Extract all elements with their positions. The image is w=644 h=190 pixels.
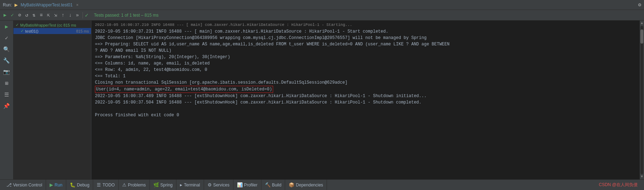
run-tab-label: Run [55,183,62,188]
log-line-5: ==> Parameters: %a%(String), 20(Integer)… [91,54,640,60]
csdn-label: CSDN @在人间负债 [595,182,641,188]
test-child-item[interactable]: ✓ test01() 815 ms [13,28,91,34]
todo-icon: ☰ [97,182,101,188]
log-line-6: <== Columns: id, name, age, email, is_de… [91,60,640,67]
log-line-11: 2022-10-05 16:00:37.504 INFO 16488 --- [… [91,99,640,106]
terminal-label: Terminal [184,183,200,188]
log-line-9: Closing non transactional SqlSession [or… [91,79,640,86]
rerun-btn[interactable]: ↺ [24,11,29,19]
services-label: Services [213,183,230,188]
sidebar-wrench-icon[interactable]: 🔧 [2,56,12,65]
bottom-run[interactable]: ▶ Run [46,180,66,190]
bottom-terminal[interactable]: ▸ Terminal [176,180,204,190]
terminal-icon: ▸ [180,182,182,188]
sidebar-search-icon[interactable]: 🔍 [2,45,12,54]
log-line-2: JDBC Connection [HikariProxyConnection@3… [91,35,640,41]
log-line-4: ? AND ? AND email IS NOT NULL) [91,48,640,54]
log-line-7: <== Row: 4, admin, 22, test4@baomidou.co… [91,67,640,73]
sidebar-camera-icon[interactable]: 📷 [2,67,12,77]
down-btn[interactable]: ↓ [67,12,73,19]
profiler-label: Profiler [244,183,258,188]
build-label: Build [272,183,282,188]
child-item-time: 815 ms [76,29,89,33]
log-line-13: Process finished with exit code 0 [91,112,640,118]
log-output[interactable]: 2022-10-05 16:00:37.210 INFO 16488 --- [… [91,21,640,179]
sort-btn[interactable]: ≡ [38,12,44,19]
version-control-label: Version Control [13,183,42,188]
debug-label: Debug [77,183,89,188]
left-sidebar: ▶ ✓ 🔍 🔧 📷 ⊞ ☰ 📌 [0,21,13,179]
dependencies-icon: 📦 [289,182,294,188]
problems-label: Problems [128,183,146,188]
services-icon: ⚙ [208,182,212,188]
right-scrollbar[interactable]: ▲ ▼ [640,21,644,179]
todo-label: TODO [102,183,114,188]
scroll-up-arrow[interactable]: ▲ [641,21,643,25]
problems-icon: ⚠ [122,182,126,188]
run-tab-icon: ▶ [50,182,53,188]
debug-icon: 🐛 [70,182,75,188]
log-line-12 [91,106,640,112]
child-check-icon: ✓ [21,29,24,33]
bottom-profiler[interactable]: 📊 Profiler [233,180,261,190]
dependencies-label: Dependencies [296,183,323,188]
filter-btn[interactable]: ⇅ [31,11,37,19]
root-item-label: MyBatisWrapperTest (cc 815 ms [20,23,76,27]
sidebar-run-icon[interactable]: ▶ [2,22,12,31]
bottom-bar: ⎇ Version Control ▶ Run 🐛 Debug ☰ TODO ⚠… [0,179,644,190]
bottom-debug[interactable]: 🐛 Debug [66,180,93,190]
main-area: ▶ ✓ 🔍 🔧 📷 ⊞ ☰ 📌 ✓ MyBatisWrapperTest (cc… [0,21,644,179]
bottom-build[interactable]: 🔨 Build [261,180,286,190]
build-icon: 🔨 [265,182,271,188]
log-line-8: <== Total: 1 [91,73,640,79]
check-btn[interactable]: ✓ [9,11,15,19]
test-panel: ✓ MyBatisWrapperTest (cc 815 ms ✓ test01… [13,21,91,179]
up-btn[interactable]: ↑ [60,12,66,19]
root-check-icon: ✓ [16,23,19,27]
run-close-btn[interactable]: ✕ [76,2,79,7]
bottom-problems[interactable]: ⚠ Problems [119,180,150,190]
run-test-name: MyBatisWrapperTest.test01 [21,2,73,7]
stop-btn[interactable]: ⊘ [17,11,22,19]
more-btn[interactable]: » [74,12,80,19]
scroll-down-arrow[interactable]: ▼ [641,175,643,179]
test-passed-icon: ✓ [85,12,89,19]
scroll-thumb[interactable] [640,29,643,44]
sidebar-layout-icon[interactable]: ⊞ [2,79,12,88]
toolbar: ▶ ✓ ⊘ ↺ ⇅ ≡ ⇱ ⇲ ↑ ↓ » ✓ Tests passed: 1 … [0,10,644,21]
toolbar-sep [83,12,83,18]
run-btn[interactable]: ▶ [2,11,8,19]
bottom-services[interactable]: ⚙ Services [204,180,233,190]
log-line-3: ==> Preparing: SELECT uid AS id,user_nam… [91,41,640,48]
spring-icon: 🌿 [153,182,159,188]
bottom-todo[interactable]: ☰ TODO [93,180,118,190]
run-icon: ▶ [15,2,18,7]
log-result-line: User(id=4, name=admin, age=22, email=tes… [91,86,640,93]
profiler-icon: 📊 [237,182,243,188]
settings-gear-icon[interactable]: ⚙ [638,2,641,8]
version-control-icon: ⎇ [6,182,12,188]
sidebar-pin-icon[interactable]: 📌 [2,101,12,111]
run-bar: Run: ▶ MyBatisWrapperTest.test01 ✕ ⚙ [0,0,644,10]
collapse-btn[interactable]: ⇲ [53,11,58,19]
child-item-label: test01() [25,29,38,33]
scroll-track[interactable] [640,26,643,174]
log-line-10: 2022-10-05 16:00:37.489 INFO 16488 --- [… [91,93,640,99]
run-label: Run: [3,2,12,7]
sidebar-stack-icon[interactable]: ☰ [2,90,12,99]
log-line-1: 2022-10-05 16:00:37.231 INFO 16488 --- [… [91,28,640,35]
expand-btn[interactable]: ⇱ [46,11,51,19]
log-line-0: 2022-10-05 16:00:37.210 INFO 16488 --- [… [91,22,640,28]
test-tree: ✓ MyBatisWrapperTest (cc 815 ms ✓ test01… [13,21,91,179]
sidebar-check-icon[interactable]: ✓ [2,33,12,43]
test-root-item[interactable]: ✓ MyBatisWrapperTest (cc 815 ms [13,22,91,28]
spring-label: Spring [160,183,173,188]
result-highlight: User(id=4, name=admin, age=22, email=tes… [95,86,273,93]
bottom-spring[interactable]: 🌿 Spring [150,180,177,190]
test-passed-label: Tests passed: 1 of 1 test – 815 ms [94,13,158,18]
bottom-dependencies[interactable]: 📦 Dependencies [285,180,327,190]
bottom-version-control[interactable]: ⎇ Version Control [3,180,46,190]
